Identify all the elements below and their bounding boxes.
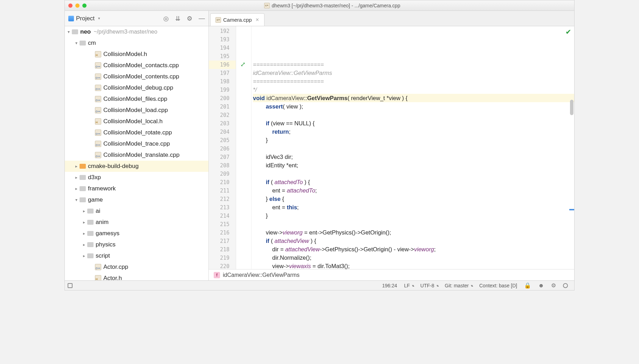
- tree-folder-cm[interactable]: ▾ cm: [65, 37, 208, 49]
- tree-label: CollisionModel_trace.cpp: [103, 140, 170, 147]
- tree-folder-d3xp[interactable]: ▸ d3xp: [65, 172, 208, 183]
- tree-label: Actor.cpp: [103, 264, 128, 271]
- collapse-icon[interactable]: ⇊: [175, 15, 180, 22]
- tree-label: ai: [96, 208, 100, 215]
- toolbar-row: Project ▾ ◎ ⇊ ⚙ — c+ Camera.cpp ✕: [65, 11, 574, 26]
- h-file-icon: H: [95, 51, 101, 57]
- tree-label: CollisionModel_load.cpp: [103, 107, 168, 114]
- code-text[interactable]: ✔ =====================idCameraView::Get…: [252, 26, 574, 269]
- tree-file[interactable]: C++CollisionModel_trace.cpp: [65, 138, 208, 149]
- tree-file[interactable]: C++CollisionModel_contacts.cpp: [65, 60, 208, 71]
- search-icon[interactable]: [563, 283, 568, 288]
- cpp-file-icon: C++: [95, 74, 101, 80]
- close-tab-icon[interactable]: ✕: [255, 17, 259, 22]
- git-branch[interactable]: Git: master: [445, 283, 472, 288]
- inspector-icon[interactable]: ☻: [538, 282, 544, 289]
- tree-label: cm: [88, 40, 96, 47]
- tree-file[interactable]: HActor.h: [65, 273, 208, 280]
- window-title-text: dhewm3 [~/prj/dhewm3-master/neo] - .../g…: [272, 3, 400, 8]
- tree-folder-framework[interactable]: ▸ framework: [65, 183, 208, 194]
- tree-folder-cmake[interactable]: ▸ cmake-build-debug: [65, 161, 208, 172]
- breadcrumb-text[interactable]: idCameraView::GetViewParms: [223, 272, 300, 278]
- tree-folder[interactable]: ▸script: [65, 250, 208, 261]
- body: ▾ neo ~/prj/dhewm3-master/neo ▾ cm HColl…: [65, 26, 574, 280]
- chevron-right-icon[interactable]: ▸: [82, 231, 87, 236]
- folder-icon: [80, 175, 86, 180]
- line-number-gutter[interactable]: 1921931941951961971981992002012022032042…: [209, 26, 236, 269]
- cpp-file-icon: C++: [95, 152, 101, 158]
- target-icon[interactable]: ◎: [163, 15, 169, 22]
- chevron-down-icon[interactable]: ▾: [74, 41, 79, 46]
- hide-panel-icon[interactable]: —: [199, 15, 205, 22]
- chevron-down-icon: ▾: [98, 16, 100, 21]
- tool-window-toggle-icon[interactable]: [68, 283, 73, 288]
- chevron-right-icon[interactable]: ▸: [82, 242, 87, 247]
- cpp-file-icon: C++: [95, 130, 101, 136]
- function-badge-icon: f: [214, 272, 220, 278]
- tree-label: CollisionModel_contents.cpp: [103, 73, 179, 80]
- tree-label: CollisionModel_local.h: [103, 118, 163, 125]
- tree-root-name: neo: [80, 28, 91, 35]
- window-title: c+ dhewm3 [~/prj/dhewm3-master/neo] - ..…: [94, 3, 571, 8]
- scrollbar-marker[interactable]: [569, 209, 574, 210]
- lock-icon[interactable]: 🔒: [524, 282, 531, 289]
- project-label: Project: [76, 15, 95, 22]
- tree-folder[interactable]: ▸physics: [65, 239, 208, 250]
- folder-icon: [87, 220, 94, 225]
- tree-label: CollisionModel.h: [103, 51, 147, 58]
- project-toolbar: Project ▾ ◎ ⇊ ⚙ —: [65, 11, 209, 26]
- chevron-right-icon[interactable]: ▸: [82, 253, 87, 258]
- line-ending-selector[interactable]: LF: [404, 283, 413, 288]
- tree-file[interactable]: C++CollisionModel_files.cpp: [65, 93, 208, 105]
- chevron-right-icon[interactable]: ▸: [74, 186, 79, 191]
- tree-root-path: ~/prj/dhewm3-master/neo: [94, 29, 157, 35]
- zoom-window-button[interactable]: [82, 4, 87, 8]
- tree-file[interactable]: C++Actor.cpp: [65, 261, 208, 273]
- project-tree[interactable]: ▾ neo ~/prj/dhewm3-master/neo ▾ cm HColl…: [65, 26, 209, 280]
- gear-icon[interactable]: ⚙: [187, 15, 192, 22]
- cpp-file-icon: C++: [95, 62, 101, 69]
- tree-folder[interactable]: ▸anim: [65, 217, 208, 228]
- caret-position[interactable]: 196:24: [382, 283, 397, 288]
- marker-column: ⤢: [236, 26, 252, 269]
- tree-folder[interactable]: ▸gamesys: [65, 228, 208, 239]
- tree-file[interactable]: C++CollisionModel_translate.cpp: [65, 149, 208, 161]
- tree-file[interactable]: HCollisionModel_local.h: [65, 116, 208, 127]
- tab-label: Camera.cpp: [223, 17, 252, 23]
- chevron-right-icon[interactable]: ▸: [74, 175, 79, 180]
- code-area[interactable]: 1921931941951961971981992002012022032042…: [209, 26, 574, 269]
- tree-label: d3xp: [88, 174, 101, 181]
- chevron-down-icon[interactable]: ▾: [66, 29, 71, 34]
- tree-file[interactable]: C++CollisionModel_rotate.cpp: [65, 127, 208, 138]
- tree-label: Actor.h: [103, 275, 122, 280]
- tree-root[interactable]: ▾ neo ~/prj/dhewm3-master/neo: [65, 26, 208, 37]
- chevron-down-icon[interactable]: ▾: [74, 197, 79, 202]
- chevron-right-icon[interactable]: ▸: [82, 220, 87, 225]
- minimize-window-button[interactable]: [75, 4, 80, 8]
- scrollbar-thumb[interactable]: [570, 100, 573, 115]
- cpp-file-icon: c+: [215, 17, 221, 23]
- folder-icon: [80, 164, 86, 169]
- breadcrumb-bar[interactable]: f idCameraView::GetViewParms: [209, 269, 574, 280]
- tree-label: CollisionModel_translate.cpp: [103, 152, 179, 159]
- tree-file[interactable]: C++CollisionModel_debug.cpp: [65, 82, 208, 93]
- project-view-selector[interactable]: Project ▾: [68, 15, 100, 22]
- titlebar[interactable]: c+ dhewm3 [~/prj/dhewm3-master/neo] - ..…: [65, 0, 574, 11]
- inspection-ok-icon[interactable]: ✔: [565, 28, 571, 36]
- tree-folder[interactable]: ▸ai: [65, 205, 208, 217]
- tree-file[interactable]: HCollisionModel.h: [65, 49, 208, 60]
- encoding-selector[interactable]: UTF-8: [420, 283, 438, 288]
- run-marker-icon[interactable]: ⤢: [240, 61, 247, 67]
- settings-icon[interactable]: ⚙: [551, 282, 556, 289]
- folder-icon: [87, 209, 94, 214]
- close-window-button[interactable]: [68, 4, 73, 8]
- tree-label: physics: [96, 241, 116, 248]
- tree-file[interactable]: C++CollisionModel_contents.cpp: [65, 71, 208, 82]
- ide-window: c+ dhewm3 [~/prj/dhewm3-master/neo] - ..…: [64, 0, 575, 290]
- context-selector[interactable]: Context: base [D]: [479, 283, 517, 288]
- tab-camera-cpp[interactable]: c+ Camera.cpp ✕: [210, 13, 264, 26]
- tree-file[interactable]: C++CollisionModel_load.cpp: [65, 105, 208, 116]
- chevron-right-icon[interactable]: ▸: [82, 209, 87, 214]
- chevron-right-icon[interactable]: ▸: [74, 164, 79, 169]
- tree-folder-game[interactable]: ▾ game: [65, 194, 208, 205]
